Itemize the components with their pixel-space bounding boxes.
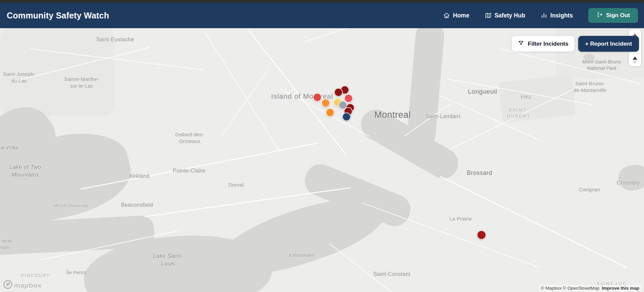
map-label: Beaconsfield [121,201,153,209]
report-incident-label: + Report Incident [585,41,632,47]
attribution-links[interactable]: © Mapbox © OpenStreetMap [541,286,599,291]
nav-item-home[interactable]: Home [443,12,469,19]
incident-marker[interactable] [342,112,351,121]
map-icon [485,12,492,19]
home-icon [443,12,450,19]
nav-item-label: Home [453,12,469,19]
map-label: Longueuil [468,87,497,96]
sign-out-label: Sign Out [606,12,630,19]
bar-chart-icon [541,12,547,19]
map-label: Saint-Joseph- du-Lac [3,71,35,85]
map-label: Brossard [467,169,492,177]
sign-out-button[interactable]: Sign Out [588,8,638,23]
map-label: nal d'Oka [0,145,18,151]
map-label: Sainte-Marthe- sur-le-Lac [64,76,99,90]
map-label: Île Perrot [66,270,87,276]
map-annotations: Saint-EustacheSaint-Joseph- du-LacSainte… [0,28,644,292]
arrow-up-icon [633,56,637,60]
incident-marker[interactable] [477,230,486,240]
map-canvas[interactable]: Saint-EustacheSaint-Joseph- du-LacSainte… [0,28,644,292]
filter-incidents-label: Filter Incidents [528,41,568,47]
incident-marker[interactable] [326,108,334,117]
map-label: Pointe-Claire [173,167,205,175]
nav-item-label: Safety Hub [495,12,525,19]
filter-icon [518,40,524,48]
report-incident-button[interactable]: + Report Incident [578,36,639,52]
incident-marker[interactable] [321,99,330,107]
incident-marker[interactable] [313,93,322,102]
incident-marker[interactable] [334,88,343,97]
map-label: Dollard-des- Ormeaux [175,131,204,145]
map-label: reuil- [1,238,13,244]
map-label: Montreal [374,109,411,121]
map-attribution: © Mapbox © OpenStreetMap Improve this ma… [539,285,641,291]
mapbox-logo[interactable]: mapbox [3,280,42,290]
map-label: McGill University [54,203,88,209]
map-label: Dorval [228,182,243,188]
compass-button[interactable] [629,54,641,66]
map-label: La Prairie [449,215,472,222]
filter-incidents-button[interactable]: Filter Incidents [512,36,574,52]
map-label: Saint-Bruno- de-Montarville [573,80,606,94]
top-strip [0,0,644,3]
main-nav: Home Safety Hub Insights Sign Out [443,8,638,23]
nav-item-label: Insights [550,12,573,19]
map-label: YHU [520,94,531,100]
map-label: PINCOURT [21,273,50,278]
map-label: Mont-Saint-Bruno National Park [583,59,621,71]
map-label: Saint-Eustache [96,36,134,43]
map-label: Chambly [616,179,640,187]
nav-item-insights[interactable]: Insights [541,12,573,19]
app-header: Community Safety Watch Home Safety Hub I… [0,3,644,28]
map-label: Lake Saint- Louis [153,252,183,268]
map-label: Carignan [579,186,600,193]
map-label: Saint-Lambert [425,113,460,120]
arrow-down-icon [633,61,637,64]
improve-map-link[interactable]: Improve this map [602,286,639,291]
sign-out-icon [596,11,603,19]
map-label: Saint-Constant [373,271,410,278]
map-label: Kahnawake [289,252,314,258]
map-label: Lake of Two Mountains [9,163,41,179]
mapbox-logo-icon [3,280,12,290]
map-label: rion [0,244,9,251]
app-title: Community Safety Watch [7,11,109,20]
map-label: SAINT- HUBERT [507,107,531,119]
nav-item-safety-hub[interactable]: Safety Hub [485,12,525,19]
map-label: Kirkland [129,173,149,180]
mapbox-wordmark: mapbox [14,281,42,289]
